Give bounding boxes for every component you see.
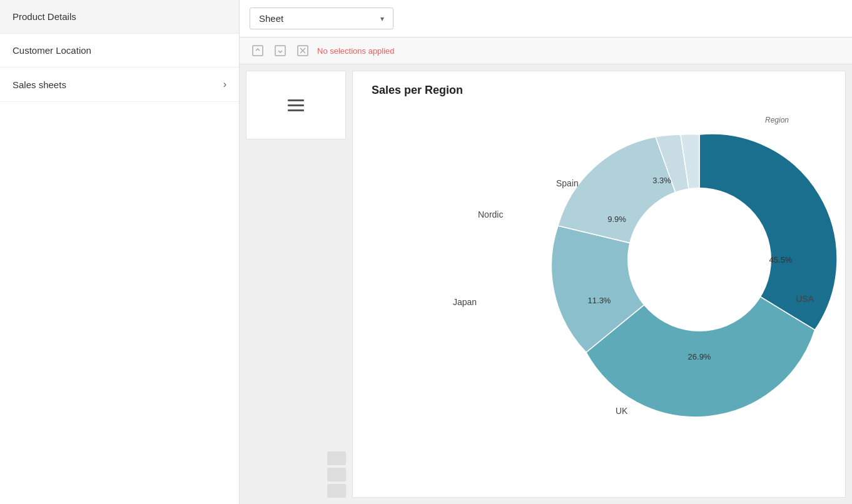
selection-bar: No selections applied (240, 38, 852, 64)
mini-block-1 (327, 451, 346, 465)
donut-chart-container: Region (372, 109, 826, 435)
chart-area: Sales per Region Region (352, 71, 846, 498)
back-selection-icon[interactable] (250, 43, 266, 59)
sheet-dropdown-value: Sheet (259, 13, 283, 24)
spain-percent: 3.3% (652, 176, 671, 185)
sidebar: Product Details Customer Location Sales … (0, 0, 240, 504)
main-content: Sheet ▾ No selections applied (240, 0, 852, 504)
forward-selection-icon[interactable] (272, 43, 288, 59)
hamburger-line-1 (288, 99, 304, 101)
sidebar-item-label: Customer Location (13, 45, 91, 56)
content-area: Sales per Region Region (240, 64, 852, 504)
uk-label: UK (616, 406, 627, 416)
chevron-down-icon: ▾ (380, 14, 384, 23)
hamburger-menu-card[interactable] (246, 71, 346, 139)
svg-rect-0 (253, 46, 263, 56)
donut-chart-svg: 45.5% 26.9% 11.3% 9.9% 3.3% (449, 109, 853, 422)
no-selections-text: No selections applied (317, 46, 395, 56)
donut-hole (627, 188, 771, 331)
hamburger-line-2 (288, 104, 304, 106)
usa-label: USA (796, 294, 814, 304)
arrow-right-icon: › (223, 79, 226, 90)
svg-rect-1 (275, 46, 285, 56)
japan-percent: 11.3% (587, 296, 611, 305)
topbar: Sheet ▾ (240, 0, 852, 38)
left-panel (246, 71, 346, 498)
usa-percent: 45.5% (769, 255, 792, 265)
sidebar-item-sales-sheets[interactable]: Sales sheets › (0, 68, 239, 102)
sidebar-item-customer-location[interactable]: Customer Location (0, 34, 239, 68)
nordic-percent: 9.9% (607, 214, 626, 224)
hamburger-icon (288, 99, 304, 111)
clear-selection-icon[interactable] (295, 43, 311, 59)
sheet-dropdown[interactable]: Sheet ▾ (250, 8, 393, 29)
mini-blocks (246, 451, 346, 498)
hamburger-line-3 (288, 109, 304, 111)
sidebar-item-product-details[interactable]: Product Details (0, 0, 239, 34)
uk-percent: 26.9% (687, 352, 711, 361)
mini-block-2 (327, 468, 346, 481)
sidebar-item-label: Product Details (13, 11, 76, 22)
sidebar-item-label: Sales sheets (13, 79, 66, 90)
nordic-label: Nordic (478, 209, 503, 219)
mini-block-3 (327, 484, 346, 498)
spain-label: Spain (556, 178, 579, 188)
japan-label: Japan (453, 297, 477, 307)
chart-title: Sales per Region (372, 84, 826, 97)
